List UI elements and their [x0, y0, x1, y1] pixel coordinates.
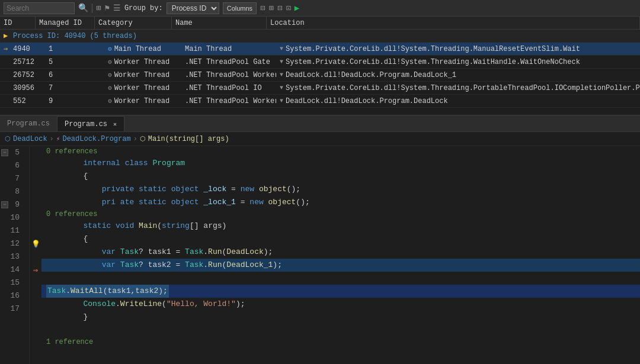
table-row[interactable]: 552 9 ⚙ Worker Thread .NET ThreadPool Wo…: [0, 95, 640, 108]
execution-arrow-icon: ⇒: [33, 265, 38, 275]
line-num-13: 13: [0, 250, 24, 263]
location-expand-icon: ▼: [280, 59, 283, 65]
thread-id: 4940: [9, 43, 45, 55]
line-numbers: − 5 6 7 8 − 9 10 11 12 13 14 15 16 17: [0, 146, 30, 364]
breadcrumb-method[interactable]: Main(string[] args): [148, 135, 229, 143]
code-lines[interactable]: 0 references internal class Program { pr…: [41, 146, 640, 364]
layout4-icon: ⊡: [286, 3, 290, 13]
thread-location: ▼ DeadLock.dll!DeadLock.Program.DeadLock…: [276, 69, 640, 81]
thread-category: ⚙ Worker Thread: [104, 82, 181, 94]
code-line-8: pri ate static object _lock_1 = new obje…: [41, 196, 640, 209]
thread-rows: ▶ Process ID: 40940 (5 threads) ⇒ 4940 1…: [0, 30, 640, 108]
code-line-10: {: [41, 233, 640, 246]
ref-comment-line2: 0 references: [41, 209, 640, 220]
ref-count-2: 0 references: [46, 210, 97, 218]
gutter-16: [30, 289, 41, 302]
ref-count-3: 1 reference: [46, 338, 93, 346]
thread-id: 552: [9, 95, 45, 107]
thread-name: .NET ThreadPool Gate: [181, 56, 276, 68]
collapse-btn-5[interactable]: −: [1, 149, 8, 156]
row-spacer: [0, 82, 9, 94]
table-row[interactable]: 26752 6 ⚙ Worker Thread .NET ThreadPool …: [0, 69, 640, 82]
group-by-select[interactable]: Process ID: [167, 2, 219, 14]
table-row[interactable]: 25712 5 ⚙ Worker Thread .NET ThreadPool …: [0, 56, 640, 69]
thread-managed-id: 7: [45, 82, 104, 94]
code-line-5: internal class Program: [41, 157, 640, 170]
col-header-id[interactable]: ID: [0, 17, 36, 29]
column-headers: ID Managed ID Category Name Location: [0, 17, 640, 30]
breadcrumb-sep-2: ›: [133, 135, 137, 143]
line-num-16: 16: [0, 289, 24, 302]
breadcrumb-namespace[interactable]: DeadLock: [13, 135, 47, 143]
line-num-17: 17: [0, 302, 24, 315]
row-spacer: [0, 95, 9, 107]
search-input[interactable]: [4, 2, 75, 14]
divider: [92, 4, 92, 13]
thread-category: ⚙ Worker Thread: [104, 95, 181, 107]
col-header-category[interactable]: Category: [95, 17, 172, 29]
ref-comment-line3: 1 reference: [41, 337, 640, 347]
gutter-12: 💡: [30, 237, 41, 250]
worker-thread-icon: ⚙: [108, 97, 112, 105]
location-expand-icon: ▼: [280, 46, 283, 52]
col-header-name[interactable]: Name: [172, 17, 267, 29]
gutter-8: [30, 185, 41, 198]
process-arrow: ▶: [0, 30, 9, 42]
thread-location: ▼ System.Private.CoreLib.dll!System.Thre…: [276, 43, 640, 55]
thread-name: .NET ThreadPool Worker: [181, 69, 276, 81]
filter-icon: ⊞: [96, 3, 101, 13]
code-line-14: Task.WaitAll(task1,task2);: [41, 285, 640, 298]
row-spacer: [0, 56, 9, 68]
line-num-7: 7: [0, 172, 24, 185]
search-icon: 🔍: [78, 3, 88, 13]
thread-name: Main Thread: [181, 43, 276, 55]
thread-managed-id: 6: [45, 69, 104, 81]
thread-category: ⚙ Main Thread: [104, 43, 181, 55]
table-row[interactable]: ⇒ 4940 1 ⚙ Main Thread Main Thread ▼ Sys…: [0, 43, 640, 56]
ref-comment-line1: 0 references: [41, 146, 640, 157]
process-header-row[interactable]: ▶ Process ID: 40940 (5 threads): [0, 30, 640, 43]
gutter-11: [30, 224, 41, 237]
gutter-9: [30, 198, 41, 211]
code-line-17: [41, 324, 640, 337]
gutter-10: [30, 211, 41, 224]
col-header-location[interactable]: Location: [267, 17, 640, 29]
layout-icon: ⊟: [260, 3, 265, 13]
breadcrumb-class[interactable]: DeadLock.Program: [62, 135, 130, 143]
run-icon: ▶: [295, 3, 299, 13]
worker-thread-icon: ⚙: [108, 58, 112, 66]
line-num-12: 12: [0, 237, 24, 250]
tab-program-cs-1[interactable]: Program.cs: [0, 116, 57, 131]
collapse-btn-9[interactable]: −: [1, 201, 8, 208]
code-line-16: }: [41, 311, 640, 324]
columns-button[interactable]: Columns: [223, 2, 257, 14]
tab-program-cs-2[interactable]: Program.cs ✕: [57, 116, 124, 131]
ref-count-1: 0 references: [46, 147, 97, 156]
code-line-15: Console.WriteLine("Hello, World!");: [41, 298, 640, 311]
gutter-17: [30, 302, 41, 315]
threads-panel: 🔍 ⊞ ⚑ ☰ Group by: Process ID Columns ⊟ ⊞…: [0, 0, 640, 115]
gutter-14: ⇒: [30, 263, 41, 276]
gutter-6: [30, 159, 41, 172]
thread-location: ▼ System.Private.CoreLib.dll!System.Thre…: [276, 56, 640, 68]
code-line-6: {: [41, 170, 640, 183]
list-icon: ☰: [113, 3, 121, 13]
line-num-6: 6: [0, 159, 24, 172]
code-content-area[interactable]: − 5 6 7 8 − 9 10 11 12 13 14 15 16 17: [0, 146, 640, 364]
namespace-icon: ⬡: [5, 135, 11, 143]
thread-name: .NET ThreadPool IO: [181, 82, 276, 94]
lightbulb-icon[interactable]: 💡: [31, 240, 40, 249]
editor-gutter: 💡 ⇒: [30, 146, 41, 364]
threads-toolbar: 🔍 ⊞ ⚑ ☰ Group by: Process ID Columns ⊟ ⊞…: [0, 0, 640, 17]
thread-managed-id: 9: [45, 95, 104, 107]
col-header-managed[interactable]: Managed ID: [36, 17, 95, 29]
line-num-10: 10: [0, 211, 24, 224]
table-row[interactable]: 30956 7 ⚙ Worker Thread .NET ThreadPool …: [0, 82, 640, 95]
code-line-12: var Task? task2 = Task.Run(DeadLock_1);: [41, 259, 640, 272]
thread-managed-id: 1: [45, 43, 104, 55]
thread-managed-id: 5: [45, 56, 104, 68]
line-num-8: 8: [0, 185, 24, 198]
flag-icon: ⚑: [104, 3, 109, 13]
layout2-icon: ⊞: [269, 3, 274, 13]
breadcrumb-sep-1: ›: [50, 135, 54, 143]
